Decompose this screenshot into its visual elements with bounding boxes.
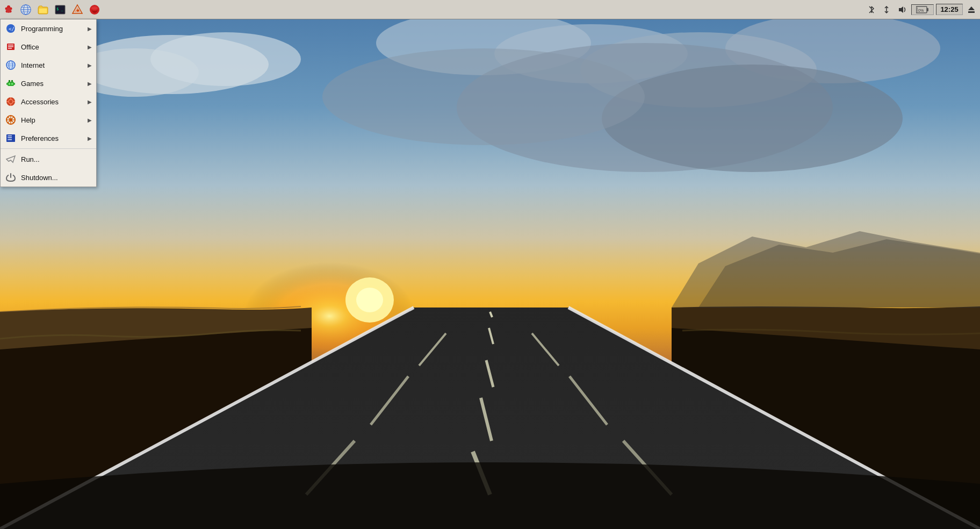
svg-rect-36 xyxy=(917,7,918,12)
svg-text:0%: 0% xyxy=(918,9,924,12)
network-tray-icon[interactable] xyxy=(880,4,893,15)
eject-tray-icon[interactable] xyxy=(965,4,978,15)
programming-icon: </> xyxy=(5,23,17,34)
internet-icon xyxy=(5,59,17,71)
svg-rect-44 xyxy=(8,46,13,47)
svg-point-13 xyxy=(322,48,645,145)
svg-text:✦: ✦ xyxy=(76,8,80,13)
svg-point-55 xyxy=(11,83,13,85)
help-arrow: ▶ xyxy=(88,117,92,123)
svg-rect-43 xyxy=(8,45,13,46)
filemanager-taskbar-icon[interactable] xyxy=(35,2,51,17)
games-arrow: ▶ xyxy=(88,81,92,87)
shutdown-icon xyxy=(5,171,17,183)
volume-tray-icon[interactable] xyxy=(895,4,909,16)
svg-point-69 xyxy=(9,118,12,121)
menu-item-help[interactable]: Help ▶ xyxy=(1,111,96,129)
office-icon xyxy=(5,41,17,53)
svg-point-3 xyxy=(356,288,383,312)
menu-item-shutdown[interactable]: Shutdown... xyxy=(1,168,96,187)
svg-point-54 xyxy=(9,83,10,85)
svg-rect-74 xyxy=(8,138,9,139)
svg-rect-35 xyxy=(927,8,928,11)
internet-arrow: ▶ xyxy=(88,62,92,68)
preferences-icon xyxy=(5,132,17,144)
svg-text:</>: </> xyxy=(9,26,16,32)
taskbar: $ _ ✦ xyxy=(0,0,980,19)
svg-rect-76 xyxy=(8,139,9,140)
svg-rect-51 xyxy=(8,82,14,86)
help-icon xyxy=(5,114,17,126)
office-arrow: ▶ xyxy=(88,44,92,50)
browser-taskbar-icon[interactable] xyxy=(18,2,33,17)
accessories-arrow: ▶ xyxy=(88,99,92,105)
menu-item-accessories[interactable]: Accessories ▶ xyxy=(1,92,96,111)
programming-arrow: ▶ xyxy=(88,26,92,32)
svg-rect-53 xyxy=(11,80,13,82)
run-icon xyxy=(5,153,17,165)
svg-rect-57 xyxy=(14,83,15,85)
svg-rect-72 xyxy=(8,135,9,137)
terminal-taskbar-icon[interactable]: $ _ xyxy=(53,2,68,17)
menu-item-office[interactable]: Office ▶ xyxy=(1,38,96,56)
menu-item-run[interactable]: Run... xyxy=(1,150,96,168)
menu-item-internet[interactable]: Internet ▶ xyxy=(1,56,96,74)
accessories-icon xyxy=(5,96,17,108)
svg-text:$ _: $ _ xyxy=(56,7,63,11)
raspberry-menu-button[interactable] xyxy=(1,2,16,17)
svg-rect-56 xyxy=(6,83,8,85)
svg-point-6 xyxy=(150,32,301,86)
desktop-wallpaper xyxy=(0,0,980,529)
bluetooth-tray-icon[interactable] xyxy=(865,4,878,15)
start-menu: </> Programming ▶ Office ▶ xyxy=(0,19,97,187)
redhat-taskbar-icon[interactable] xyxy=(87,2,102,17)
svg-marker-38 xyxy=(968,6,975,10)
games-icon xyxy=(5,77,17,89)
svg-rect-39 xyxy=(968,11,975,13)
svg-rect-52 xyxy=(9,80,10,82)
system-tray: 0% 12:25 xyxy=(865,4,980,16)
svg-point-33 xyxy=(91,6,98,10)
svg-point-12 xyxy=(602,65,903,172)
menu-separator-1 xyxy=(1,148,96,149)
menu-item-programming[interactable]: </> Programming ▶ xyxy=(1,19,96,38)
menu-item-preferences[interactable]: Preferences ▶ xyxy=(1,129,96,147)
math-taskbar-icon[interactable]: ✦ xyxy=(70,2,85,17)
svg-point-19 xyxy=(6,8,11,13)
svg-rect-26 xyxy=(39,8,47,13)
preferences-arrow: ▶ xyxy=(88,135,92,141)
clock-display: 12:25 xyxy=(936,4,963,15)
svg-rect-45 xyxy=(8,48,12,49)
menu-item-games[interactable]: Games ▶ xyxy=(1,74,96,92)
battery-tray-icon[interactable]: 0% xyxy=(911,4,934,15)
